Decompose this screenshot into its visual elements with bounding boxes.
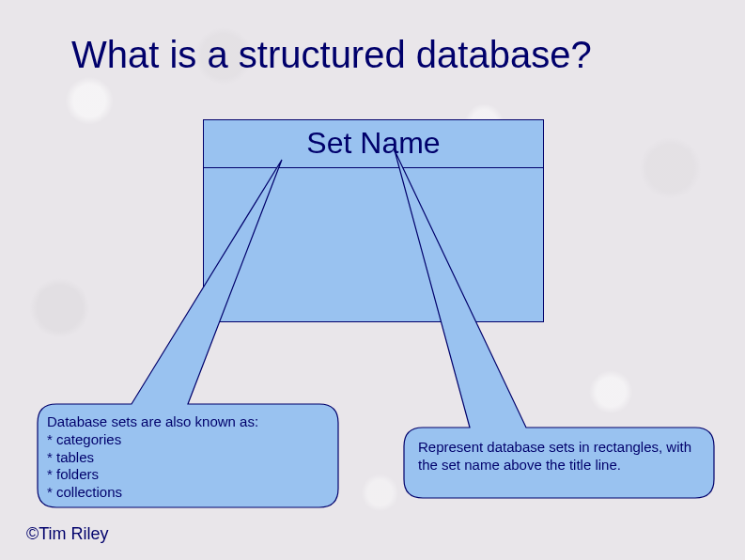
callout-left-intro: Database sets are also known as: [47, 413, 329, 431]
slide-canvas: What is a structured database? Set Name … [0, 0, 745, 560]
callout-left: Database sets are also known as: * categ… [47, 413, 329, 502]
callout-left-bullet: * collections [47, 484, 329, 502]
copyright: ©Tim Riley [26, 524, 109, 544]
callout-right: Represent database sets in rectangles, w… [418, 439, 705, 474]
set-title-line [204, 167, 543, 168]
callout-left-bullet: * folders [47, 466, 329, 484]
slide-title: What is a structured database? [71, 34, 592, 76]
set-rectangle: Set Name [203, 119, 544, 322]
set-name-label: Set Name [204, 126, 543, 161]
callout-left-bullet: * tables [47, 449, 329, 467]
callout-left-bullet: * categories [47, 431, 329, 449]
